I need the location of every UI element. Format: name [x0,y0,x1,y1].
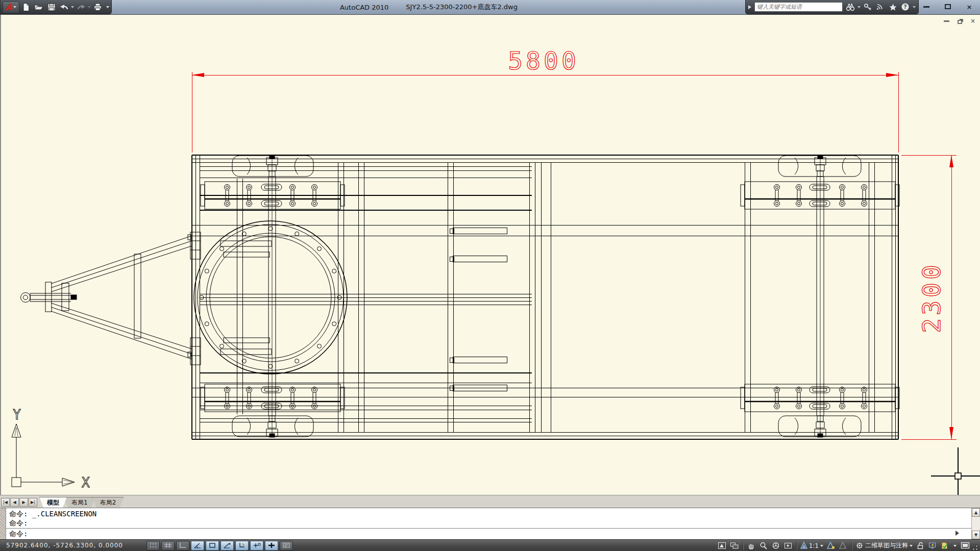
tab-layout2[interactable]: 布局2 [92,497,124,508]
resize-grip[interactable] [972,540,979,551]
snap-tracking-icon [223,542,231,548]
chevron-down-icon [910,545,913,547]
clean-screen-button[interactable] [960,541,971,550]
ucs-icon: Y X [12,407,90,490]
annotation-scale-button[interactable]: 1:1 [799,541,824,550]
undo-button[interactable] [58,1,70,13]
minimize-button[interactable] [920,2,933,11]
help-options-dropdown[interactable] [913,6,916,8]
dimension-value: 2300 [917,262,946,333]
drawing-canvas[interactable]: × [0,15,980,495]
chevron-down-icon [820,545,823,547]
command-history[interactable]: 命令: _.CLEANSCREENON 命令: [6,508,971,529]
prev-tab-button[interactable]: ◀ [10,498,19,507]
autocad-window: A AutoCA [0,0,980,551]
command-input-line[interactable]: 命令: [6,529,971,540]
key-icon [864,3,872,11]
application-menu-button[interactable]: A [3,1,19,13]
steering-wheel-button[interactable] [770,541,781,550]
snap-toggle[interactable] [146,541,160,550]
tab-layout1[interactable]: 布局1 [64,497,95,508]
recent-commands-icon[interactable] [955,531,959,536]
undo-history-dropdown[interactable] [71,6,74,8]
command-window: 命令: _.CLEANSCREENON 命令: 命令: ▲ ▼ [0,508,980,539]
separator [743,542,743,550]
help-button[interactable]: ? [900,2,911,13]
trusted-dwg-icon [941,542,949,549]
plot-button[interactable] [92,1,104,13]
annotation-visibility-button[interactable] [825,541,837,550]
document-minimize-button[interactable] [942,17,950,24]
command-scrollbar[interactable]: ▲ ▼ [971,508,980,539]
tab-label: 布局2 [100,499,116,506]
open-button[interactable] [33,1,44,13]
document-close-button[interactable]: × [969,17,977,24]
pan-button[interactable] [746,541,757,550]
new-button[interactable] [20,1,32,13]
ortho-icon [179,542,187,548]
ortho-toggle[interactable] [176,541,189,550]
dynamic-input-icon [253,542,261,548]
osnap-toggle[interactable] [206,541,219,550]
quick-view-layouts-button[interactable] [729,541,740,550]
save-button[interactable] [45,1,57,13]
dyn-toggle[interactable] [250,541,263,550]
communication-center-button[interactable] [875,2,886,13]
search-input[interactable] [754,2,843,12]
quick-view-layouts-icon [730,542,739,549]
scroll-down-icon[interactable]: ▼ [972,531,980,539]
redo-history-dropdown[interactable] [88,6,91,8]
new-file-icon [21,3,31,12]
quick-access-toolbar: A [0,0,112,14]
showmotion-button[interactable] [782,541,794,550]
favorites-button[interactable] [888,2,898,13]
scroll-up-icon[interactable]: ▲ [972,508,980,517]
annotation-autoscale-button[interactable] [838,541,849,550]
lwt-toggle[interactable] [265,541,278,550]
layout-tab-bar: |◀ ◀ ▶ ▶| 模型 布局1 布局2 [0,495,980,508]
performance-tuner-button[interactable] [927,541,938,550]
close-button[interactable]: × [963,2,976,11]
first-tab-button[interactable]: |◀ [1,498,10,507]
tab-model[interactable]: 模型 [39,497,67,508]
star-icon [889,3,897,11]
object-snap-icon [208,542,216,548]
subscription-center-button[interactable] [863,2,873,13]
zoom-button[interactable] [758,541,769,550]
polar-toggle[interactable] [191,541,204,550]
document-restore-button[interactable] [955,17,964,24]
next-tab-button[interactable]: ▶ [19,498,28,507]
redo-button[interactable] [75,1,87,13]
infocenter-collapse-icon[interactable] [748,5,751,9]
quick-properties-icon [282,542,290,548]
command-area: 命令: _.CLEANSCREENON 命令: 命令: [6,508,971,539]
otrack-toggle[interactable] [220,541,234,550]
undo-arrow-icon [59,3,69,12]
tab-label: 模型 [47,499,59,506]
dynamic-ucs-icon [238,542,246,548]
quick-properties-toggle[interactable] [280,541,293,550]
snap-grid-icon [149,542,157,548]
document-title: SJY2.5-5-2300-2200+底盘车2.dwg [406,3,518,12]
separator [851,542,852,550]
restore-icon [945,4,951,9]
command-window-grip[interactable] [0,508,6,539]
toolbar-lock-button[interactable] [915,541,926,550]
status-bar-menu-dropdown[interactable] [953,545,957,547]
ducs-toggle[interactable] [235,541,249,550]
redo-arrow-icon [76,3,86,12]
workspace-switcher[interactable]: 二维草图与注释 [854,541,914,550]
model-space-button[interactable] [717,541,728,550]
last-tab-button[interactable]: ▶| [29,498,37,507]
maximize-button[interactable] [941,2,954,11]
pan-hand-icon [747,542,755,549]
dimension-value: 5800 [508,46,579,75]
command-history-line: 命令: _.CLEANSCREENON [9,509,968,518]
toolbar-options-dropdown[interactable] [106,6,109,8]
search-options-dropdown[interactable] [857,6,861,8]
coordinates-readout[interactable]: 57902.6400, -5726.3300, 0.0000 [6,542,123,549]
minimize-icon [923,6,929,8]
trusted-dwg-button[interactable] [939,541,950,550]
grid-toggle[interactable] [161,541,175,550]
search-button[interactable] [845,2,855,13]
